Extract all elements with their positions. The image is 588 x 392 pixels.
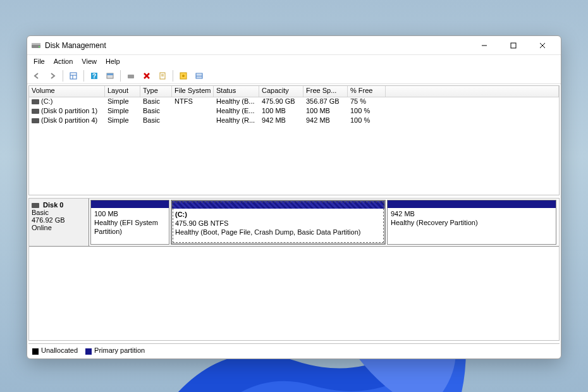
partition[interactable]: 942 MBHealthy (Recovery Partition)	[387, 200, 556, 245]
forward-button[interactable]	[46, 69, 59, 83]
col-free[interactable]: Free Sp...	[303, 86, 348, 97]
svg-rect-4	[511, 43, 516, 48]
menu-help[interactable]: Help	[102, 56, 124, 66]
disk-status: Online	[32, 224, 52, 231]
menu-file[interactable]: File	[30, 56, 49, 66]
disk-size: 476.92 GB	[32, 216, 65, 224]
legend-unallocated: Unallocated	[32, 346, 78, 354]
graphical-empty	[29, 247, 559, 340]
svg-point-19	[182, 75, 185, 77]
legend-primary: Primary partition	[85, 346, 145, 354]
legend: Unallocated Primary partition	[28, 343, 560, 357]
col-filesystem[interactable]: File System	[172, 86, 214, 97]
disk-info[interactable]: Disk 0 Basic 476.92 GB Online	[29, 199, 89, 246]
partition[interactable]: 100 MBHealthy (EFI System Partition)	[90, 200, 169, 245]
show-hide-tree-button[interactable]	[66, 69, 80, 83]
col-pctfree[interactable]: % Free	[348, 86, 386, 97]
disk-management-window: Disk Management File Action View Help ? …	[27, 35, 561, 359]
window-title: Disk Management	[45, 41, 470, 50]
back-button[interactable]	[30, 69, 44, 83]
maximize-button[interactable]	[499, 36, 528, 55]
disk-type: Basic	[32, 209, 49, 216]
svg-rect-20	[196, 73, 202, 78]
svg-rect-7	[70, 73, 77, 79]
svg-rect-13	[107, 73, 113, 75]
graphical-view: Disk 0 Basic 476.92 GB Online 100 MBHeal…	[28, 198, 560, 341]
volume-row[interactable]: (Disk 0 partition 1)SimpleBasicHealthy (…	[29, 107, 559, 116]
delete-button[interactable]	[140, 69, 154, 83]
svg-text:?: ?	[92, 73, 96, 80]
help-button[interactable]: ?	[87, 69, 101, 83]
volume-list: Volume Layout Type File System Status Ca…	[28, 85, 560, 195]
col-type[interactable]: Type	[140, 86, 172, 97]
menu-view[interactable]: View	[78, 56, 101, 66]
list-button[interactable]	[192, 69, 206, 83]
disk-name: Disk 0	[43, 201, 63, 209]
svg-rect-14	[128, 75, 134, 78]
partition-map: 100 MBHealthy (EFI System Partition)(C:)…	[89, 199, 559, 246]
svg-rect-1	[32, 43, 40, 45]
close-button[interactable]	[528, 36, 557, 55]
refresh-button[interactable]	[103, 69, 117, 83]
volume-row[interactable]: (Disk 0 partition 4)SimpleBasicHealthy (…	[29, 116, 559, 126]
col-capacity[interactable]: Capacity	[259, 86, 303, 97]
svg-point-2	[39, 46, 40, 47]
rescan-button[interactable]	[124, 69, 138, 83]
properties-button[interactable]	[156, 69, 169, 83]
col-volume[interactable]: Volume	[29, 86, 105, 97]
col-layout[interactable]: Layout	[105, 86, 140, 97]
titlebar[interactable]: Disk Management	[27, 36, 561, 55]
disk-row[interactable]: Disk 0 Basic 476.92 GB Online 100 MBHeal…	[29, 199, 559, 247]
menubar: File Action View Help	[27, 55, 561, 68]
minimize-button[interactable]	[470, 36, 499, 55]
settings-button[interactable]	[176, 69, 190, 83]
col-spacer	[386, 86, 559, 97]
volume-row[interactable]: (C:)SimpleBasicNTFSHealthy (B...475.90 G…	[29, 97, 559, 107]
menu-action[interactable]: Action	[50, 56, 77, 66]
volume-list-body: (C:)SimpleBasicNTFSHealthy (B...475.90 G…	[29, 97, 559, 126]
app-icon	[31, 40, 41, 51]
volume-list-header: Volume Layout Type File System Status Ca…	[29, 86, 559, 97]
disk-icon	[32, 203, 39, 208]
partition[interactable]: (C:)475.90 GB NTFSHealthy (Boot, Page Fi…	[171, 200, 386, 245]
col-status[interactable]: Status	[214, 86, 259, 97]
toolbar: ?	[27, 68, 561, 84]
